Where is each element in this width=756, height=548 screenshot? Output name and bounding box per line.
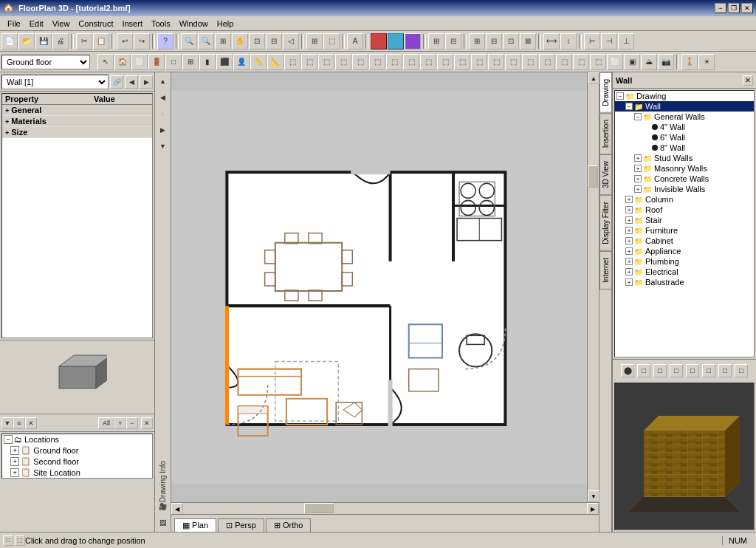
nav-down-button[interactable]: ▼ xyxy=(157,140,170,153)
nav-list-button[interactable]: ≡ xyxy=(13,417,25,429)
status-icon1[interactable]: □ xyxy=(3,535,13,546)
tb-stairs[interactable]: ⊞ xyxy=(182,54,199,70)
zoom-out-button[interactable]: 🔍 xyxy=(198,33,214,49)
redo-button[interactable]: ↪ xyxy=(134,33,150,49)
tb-more5[interactable]: ⬚ xyxy=(352,54,368,70)
tb-measure[interactable]: 📏 xyxy=(250,54,267,70)
rtree-item-concrete-walls[interactable]: +📁Concrete Walls xyxy=(615,174,754,184)
restore-button[interactable]: ❐ xyxy=(728,3,740,13)
expander[interactable]: + xyxy=(10,468,19,477)
props-prev-button[interactable]: ◀ xyxy=(125,75,138,89)
tb10-button[interactable]: ⊞ xyxy=(469,33,485,49)
tb-more14[interactable]: ⬚ xyxy=(505,54,521,70)
menu-item-window[interactable]: Window xyxy=(175,18,213,29)
ra-btn2[interactable]: □ xyxy=(637,364,650,377)
rtree-item-cabinet[interactable]: +📁Cabinet xyxy=(615,236,754,246)
ra-btn4[interactable]: □ xyxy=(670,364,683,377)
rtree-item-invisible-walls[interactable]: +📁Invisible Walls xyxy=(615,184,754,194)
side-camera2[interactable]: 🖼 xyxy=(157,516,170,530)
dim4-button[interactable]: ⊣ xyxy=(601,33,617,49)
prop-group-size[interactable]: +Size xyxy=(2,127,152,138)
prop-group-general[interactable]: +General xyxy=(2,105,152,116)
menu-item-insert[interactable]: Insert xyxy=(117,18,147,29)
tb-more18[interactable]: ⬚ xyxy=(573,54,589,70)
tb-sun[interactable]: ☀ xyxy=(698,54,715,70)
tb11-button[interactable]: ⊟ xyxy=(486,33,502,49)
scroll-left-button[interactable]: ◀ xyxy=(171,503,183,515)
tb-more10[interactable]: ⬚ xyxy=(437,54,453,70)
minimize-button[interactable]: − xyxy=(715,3,726,13)
copy-button[interactable]: 📋 xyxy=(93,33,109,49)
drawing-canvas-area[interactable] xyxy=(171,72,587,502)
ra-btn8[interactable]: □ xyxy=(735,364,748,377)
grid2-button[interactable]: ⊟ xyxy=(445,33,461,49)
tb-more15[interactable]: ⬚ xyxy=(522,54,538,70)
hscroll-thumb[interactable] xyxy=(304,503,334,513)
rtree-item-plumbing[interactable]: +📁Plumbing xyxy=(615,256,754,267)
ra-btn3[interactable]: □ xyxy=(653,364,667,377)
tb-more1[interactable]: ⬚ xyxy=(284,54,300,70)
tb-more6[interactable]: ⬚ xyxy=(369,54,385,70)
tb-more12[interactable]: ⬚ xyxy=(471,54,487,70)
ra-btn7[interactable]: □ xyxy=(718,364,732,377)
tb-more4[interactable]: ⬚ xyxy=(335,54,351,70)
scroll-down-button[interactable]: ▼ xyxy=(588,490,599,502)
rtree-item-4--wall[interactable]: 4" Wall xyxy=(615,122,754,132)
tb-more16[interactable]: ⬚ xyxy=(539,54,555,70)
bottom-scrollbar[interactable]: ◀ ▶ xyxy=(171,502,599,514)
grid1-button[interactable]: ⊞ xyxy=(428,33,444,49)
cut-button[interactable]: ✂ xyxy=(76,33,92,49)
nav-up-button[interactable]: ▲ xyxy=(157,75,170,88)
tb-more17[interactable]: ⬚ xyxy=(556,54,572,70)
zoom-window-button[interactable]: ⊞ xyxy=(215,33,231,49)
props-link-button[interactable]: 🔗 xyxy=(110,75,123,89)
tb9-button[interactable]: ⬚ xyxy=(323,33,340,49)
color2-button[interactable] xyxy=(388,33,404,49)
tb-wall[interactable]: ⬜ xyxy=(131,54,148,70)
print-button[interactable]: 🖨 xyxy=(52,33,69,49)
tb8-button[interactable]: ⊞ xyxy=(306,33,323,49)
nav-item-locations[interactable]: −🗂Locations xyxy=(2,434,152,445)
rtree-item-roof[interactable]: +📁Roof xyxy=(615,205,754,215)
tb-more13[interactable]: ⬚ xyxy=(488,54,504,70)
zoom-fit-button[interactable]: ⊟ xyxy=(266,33,282,49)
tb13-button[interactable]: ⊠ xyxy=(520,33,536,49)
tb-floor-toggle[interactable]: ⬜ xyxy=(607,54,623,70)
tb-more11[interactable]: ⬚ xyxy=(454,54,470,70)
house-tool[interactable]: 🏠 xyxy=(114,54,131,70)
rtree-item-appliance[interactable]: +📁Appliance xyxy=(615,246,754,256)
tb-more3[interactable]: ⬚ xyxy=(318,54,334,70)
menu-item-file[interactable]: File xyxy=(3,18,25,29)
tb-person[interactable]: 👤 xyxy=(233,54,250,70)
scroll-thumb[interactable] xyxy=(588,165,598,188)
tb-walk[interactable]: 🚶 xyxy=(681,54,698,70)
tab-persp[interactable]: ⊡ Persp xyxy=(218,518,264,532)
tab-plan[interactable]: ▦ Plan xyxy=(174,518,216,532)
pan-button[interactable]: ✋ xyxy=(232,33,248,49)
tb-terrain[interactable]: ⛰ xyxy=(641,54,657,70)
vtab-drawing[interactable]: Drawing xyxy=(599,72,612,113)
scroll-right-button[interactable]: ▶ xyxy=(587,503,599,515)
tb-column[interactable]: ▮ xyxy=(199,54,216,70)
nav-item-second-floor[interactable]: +📋Second floor xyxy=(2,456,152,467)
nav-item-ground-floor[interactable]: +📋Ground floor xyxy=(2,445,152,456)
nav-collapse-button[interactable]: ▼ xyxy=(1,417,13,429)
rtree-item-drawing[interactable]: −📁Drawing xyxy=(615,91,754,101)
zoom-full-button[interactable]: ⊡ xyxy=(249,33,265,49)
expander[interactable]: − xyxy=(4,435,13,444)
scroll-up-button[interactable]: ▲ xyxy=(588,72,599,84)
menu-item-tools[interactable]: Tools xyxy=(147,18,175,29)
tab-ortho[interactable]: ⊞ Ortho xyxy=(266,518,312,532)
expander[interactable]: + xyxy=(10,457,19,466)
nav-center-button[interactable]: · xyxy=(157,107,170,120)
tb-room[interactable]: ⬛ xyxy=(216,54,233,70)
tb-photo[interactable]: 📷 xyxy=(658,54,674,70)
status-icon2[interactable]: ⬚ xyxy=(15,535,25,546)
zoom-prev-button[interactable]: ◁ xyxy=(283,33,299,49)
ra-btn6[interactable]: □ xyxy=(702,364,715,377)
tb-more8[interactable]: ⬚ xyxy=(403,54,419,70)
rtree-item-masonry-walls[interactable]: +📁Masonry Walls xyxy=(615,163,754,174)
nav-item-site-location[interactable]: +📋Site Location xyxy=(2,467,152,478)
nav-right-button[interactable]: ▶ xyxy=(157,123,170,137)
new-button[interactable]: 📄 xyxy=(1,33,18,49)
